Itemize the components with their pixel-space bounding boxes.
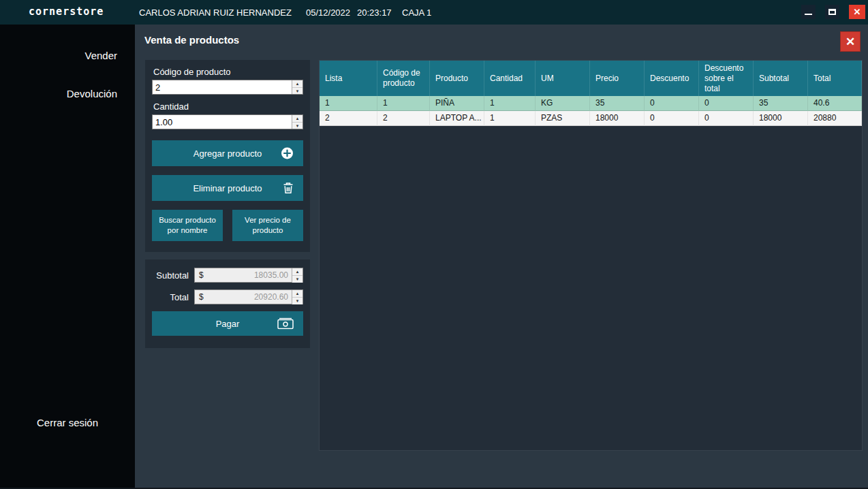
small-buttons-row: Buscar producto por nombre Ver precio de…: [152, 210, 303, 241]
spin-down-icon[interactable]: ▾: [292, 298, 303, 304]
table-cell[interactable]: 1: [484, 111, 536, 126]
titlebar-date: 05/12/2022: [306, 7, 350, 18]
table-cell[interactable]: PIÑA: [430, 96, 484, 111]
products-table: ListaCódigo de productoProductoCantidadU…: [319, 60, 863, 451]
spin-up-icon[interactable]: ▴: [292, 268, 303, 276]
cash-icon: [277, 318, 294, 330]
column-header[interactable]: Cantidad: [484, 61, 536, 96]
sidebar-item-cerrar-sesion[interactable]: Cerrar sesión: [0, 417, 135, 428]
product-entry-panel: Código de producto ▴ ▾ Cantidad ▴ ▾ Agre…: [145, 60, 310, 252]
titlebar-time: 20:23:17: [357, 7, 392, 18]
totals-panel: Subtotal $ 18035.00 ▴ ▾ Total $ 20920.60…: [145, 259, 310, 348]
column-header[interactable]: Producto: [430, 61, 484, 96]
total-label: Total: [152, 292, 194, 302]
total-row: Total $ 20920.60 ▴ ▾: [152, 289, 303, 304]
spin-up-icon[interactable]: ▴: [292, 80, 303, 88]
sidebar-item-vender[interactable]: Vender: [84, 50, 117, 61]
pagar-label: Pagar: [216, 319, 240, 329]
currency-symbol: $: [199, 292, 204, 302]
spin-up-icon[interactable]: ▴: [292, 290, 303, 298]
codigo-label: Código de producto: [153, 67, 303, 77]
table-cell[interactable]: 0: [645, 111, 699, 126]
minimize-button[interactable]: [801, 5, 816, 19]
table-body: 11PIÑA1KG35003540.622LAPTOP A...1PZAS180…: [320, 96, 862, 126]
window-close-button[interactable]: ✕: [849, 5, 865, 19]
table-cell[interactable]: 1: [484, 96, 536, 111]
column-header[interactable]: Subtotal: [754, 61, 808, 96]
maximize-icon: [828, 9, 836, 15]
column-header[interactable]: Descuento: [645, 61, 699, 96]
table-cell[interactable]: 0: [699, 96, 754, 111]
table-cell[interactable]: 0: [699, 111, 754, 126]
spin-up-icon[interactable]: ▴: [292, 115, 303, 123]
sidebar-item-devolucion[interactable]: Devolución: [67, 88, 117, 99]
pagar-button[interactable]: Pagar: [152, 311, 303, 336]
table-row[interactable]: 22LAPTOP A...1PZAS18000001800020880: [320, 111, 862, 126]
panel-close-button[interactable]: ✕: [840, 31, 861, 52]
table-cell[interactable]: 1: [320, 96, 377, 111]
subtotal-value: 18035.00: [254, 270, 288, 280]
table-cell[interactable]: PZAS: [536, 111, 590, 126]
table-row[interactable]: 11PIÑA1KG35003540.6: [320, 96, 862, 111]
table-cell[interactable]: 0: [645, 96, 699, 111]
buscar-producto-button[interactable]: Buscar producto por nombre: [152, 210, 223, 241]
maximize-button[interactable]: [825, 5, 839, 19]
titlebar: cornerstore CARLOS ADRIAN RUIZ HERNANDEZ…: [0, 0, 868, 25]
cantidad-input[interactable]: [153, 115, 292, 129]
table-cell[interactable]: 2: [377, 111, 430, 126]
close-icon: ✕: [846, 35, 855, 49]
column-header[interactable]: Código de producto: [377, 61, 430, 96]
cantidad-label: Cantidad: [153, 101, 303, 112]
agregar-producto-button[interactable]: Agregar producto: [152, 140, 303, 166]
column-header[interactable]: Descuento sobre el total: [699, 61, 754, 96]
app-logo: cornerstore: [29, 5, 104, 18]
total-spinner: ▴ ▾: [292, 290, 303, 304]
close-icon: ✕: [854, 7, 861, 17]
cantidad-spinner: ▴ ▾: [292, 115, 303, 129]
agregar-producto-label: Agregar producto: [193, 148, 262, 159]
table-cell[interactable]: 40.6: [808, 96, 862, 111]
trash-icon: [283, 182, 294, 194]
column-header[interactable]: Precio: [590, 61, 645, 96]
spin-down-icon[interactable]: ▾: [292, 88, 303, 95]
total-value: 20920.60: [254, 292, 288, 302]
table-cell[interactable]: 18000: [590, 111, 645, 126]
column-header[interactable]: Lista: [320, 61, 377, 96]
titlebar-username: CARLOS ADRIAN RUIZ HERNANDEZ: [139, 7, 292, 18]
subtotal-field: $ 18035.00 ▴ ▾: [194, 268, 303, 283]
column-header[interactable]: Total: [808, 61, 862, 96]
codigo-field: ▴ ▾: [152, 80, 303, 95]
table-cell[interactable]: 35: [590, 96, 645, 111]
table-cell[interactable]: 1: [377, 96, 430, 111]
cantidad-field: ▴ ▾: [152, 114, 303, 129]
subtotal-row: Subtotal $ 18035.00 ▴ ▾: [152, 268, 303, 283]
subtotal-label: Subtotal: [152, 270, 194, 281]
table-cell[interactable]: 18000: [754, 111, 808, 126]
minimize-icon: [805, 14, 812, 15]
main-content: Venta de productos ✕ Código de producto …: [135, 25, 868, 489]
sidebar: Vender Devolución Cerrar sesión: [0, 25, 135, 489]
table-cell[interactable]: 35: [754, 96, 808, 111]
eliminar-producto-button[interactable]: Eliminar producto: [152, 175, 303, 201]
table-cell[interactable]: LAPTOP A...: [430, 111, 484, 126]
codigo-input[interactable]: [153, 80, 292, 94]
currency-symbol: $: [199, 270, 204, 280]
ver-precio-button[interactable]: Ver precio de producto: [232, 210, 303, 241]
spin-down-icon[interactable]: ▾: [292, 276, 303, 283]
codigo-spinner: ▴ ▾: [292, 80, 303, 94]
table-cell[interactable]: 2: [320, 111, 377, 126]
page-title: Venta de productos: [144, 34, 239, 46]
plus-circle-icon: [281, 147, 294, 160]
eliminar-producto-label: Eliminar producto: [193, 183, 262, 193]
table-cell[interactable]: 20880: [808, 111, 862, 126]
table-header-row: ListaCódigo de productoProductoCantidadU…: [320, 61, 862, 96]
spin-down-icon[interactable]: ▾: [292, 123, 303, 129]
subtotal-spinner: ▴ ▾: [292, 268, 303, 283]
titlebar-register: CAJA 1: [402, 7, 431, 18]
total-field: $ 20920.60 ▴ ▾: [194, 289, 303, 304]
column-header[interactable]: UM: [536, 61, 590, 96]
table-cell[interactable]: KG: [536, 96, 590, 111]
